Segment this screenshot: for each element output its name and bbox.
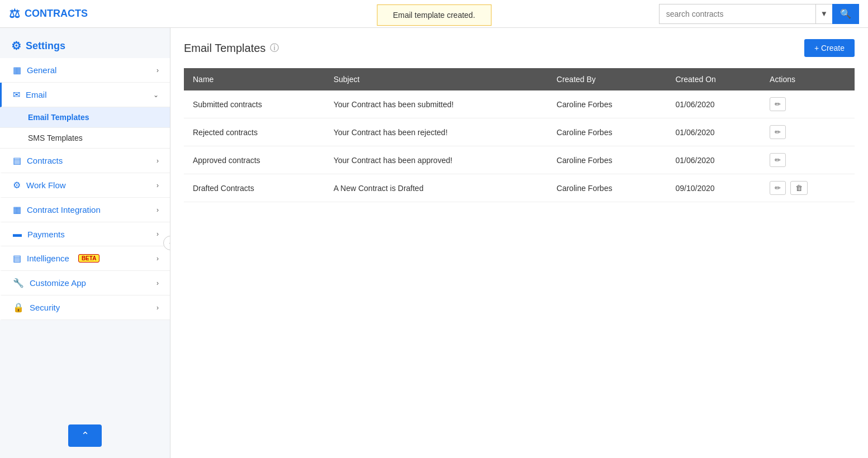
sidebar-item-label-contracts: Contracts xyxy=(27,156,63,165)
email-icon: ✉ xyxy=(13,89,20,100)
logo-text: CONTRACTS xyxy=(25,8,88,20)
search-button[interactable]: 🔍 xyxy=(832,4,859,24)
cell-created-on: 01/06/2020 xyxy=(666,118,761,146)
cell-name: Rejected contracts xyxy=(184,118,325,146)
chevron-down-icon: ⌄ xyxy=(153,91,159,99)
payments-icon: ▬ xyxy=(13,229,22,239)
chevron-right-icon-intelligence: › xyxy=(156,255,159,263)
sidebar-item-sms-templates[interactable]: SMS Templates xyxy=(0,128,170,149)
integration-icon: ▦ xyxy=(13,204,21,215)
sidebar-item-label-payments: Payments xyxy=(27,230,65,239)
sidebar-item-customize-app[interactable]: 🔧 Customize App › xyxy=(0,271,170,295)
workflow-icon: ⚙ xyxy=(13,180,21,190)
sidebar-item-security[interactable]: 🔒 Security › xyxy=(0,295,170,320)
edit-button[interactable]: ✏ xyxy=(770,97,786,111)
sidebar-item-email[interactable]: ✉ Email ⌄ xyxy=(0,83,170,107)
general-icon: ▦ xyxy=(13,65,21,75)
toast-message: Email template created. xyxy=(393,11,475,20)
sidebar-sub-label-email-templates: Email Templates xyxy=(28,113,89,122)
edit-button[interactable]: ✏ xyxy=(770,181,786,195)
sidebar-item-intelligence[interactable]: ▤ Intelligence BETA › xyxy=(0,246,170,271)
chevron-right-icon-security: › xyxy=(156,304,159,312)
cell-subject: Your Contract has been submitted! xyxy=(325,90,548,118)
table-row: Drafted Contracts A New Contract is Draf… xyxy=(184,174,855,202)
sidebar-item-label-security: Security xyxy=(30,303,60,312)
toast-notification: Email template created. xyxy=(377,4,491,26)
col-created-by: Created By xyxy=(548,68,667,90)
chevron-right-icon-payments: › xyxy=(156,230,159,238)
page-title-text: Email Templates xyxy=(184,42,265,55)
edit-button[interactable]: ✏ xyxy=(770,125,786,139)
sidebar-item-label-intelligence: Intelligence xyxy=(27,254,69,263)
sidebar-item-payments[interactable]: ▬ Payments › xyxy=(0,222,170,246)
cell-name: Submitted contracts xyxy=(184,90,325,118)
cell-created-by: Caroline Forbes xyxy=(548,90,667,118)
sidebar-item-label-customize: Customize App xyxy=(30,278,86,288)
logo-icon: ⚖ xyxy=(9,7,20,21)
cell-created-on: 01/06/2020 xyxy=(666,146,761,174)
scroll-up-button[interactable]: ⌃ xyxy=(68,424,102,447)
table-row: Submitted contracts Your Contract has be… xyxy=(184,90,855,118)
create-button[interactable]: + Create xyxy=(804,39,855,57)
customize-icon: 🔧 xyxy=(13,278,24,288)
settings-header: ⚙ Settings xyxy=(0,28,170,58)
info-icon[interactable]: ⓘ xyxy=(270,42,279,54)
email-templates-table: Name Subject Created By Created On Actio… xyxy=(184,68,855,202)
page-title: Email Templates ⓘ xyxy=(184,42,279,55)
chevron-right-icon: › xyxy=(156,66,159,74)
cell-actions: ✏ xyxy=(761,118,855,146)
sidebar-item-label-email: Email xyxy=(26,90,47,99)
cell-actions: ✏ 🗑 xyxy=(761,174,855,202)
table-header: Name Subject Created By Created On Actio… xyxy=(184,68,855,90)
col-name: Name xyxy=(184,68,325,90)
table-body: Submitted contracts Your Contract has be… xyxy=(184,90,855,202)
delete-button[interactable]: 🗑 xyxy=(790,181,808,195)
cell-subject: Your Contract has been approved! xyxy=(325,146,548,174)
intelligence-icon: ▤ xyxy=(13,253,21,264)
col-subject: Subject xyxy=(325,68,548,90)
settings-label: Settings xyxy=(26,40,65,52)
sidebar-item-contract-integration[interactable]: ▦ Contract Integration › xyxy=(0,198,170,222)
table-row: Approved contracts Your Contract has bee… xyxy=(184,146,855,174)
search-input[interactable] xyxy=(659,4,815,24)
sidebar-item-workflow[interactable]: ⚙ Work Flow › xyxy=(0,173,170,198)
cell-subject: A New Contract is Drafted xyxy=(325,174,548,202)
settings-gear-icon: ⚙ xyxy=(11,39,21,53)
contracts-icon: ▤ xyxy=(13,155,21,166)
sidebar-item-label-general: General xyxy=(27,65,56,75)
chevron-right-icon-customize: › xyxy=(156,279,159,287)
cell-created-on: 09/10/2020 xyxy=(666,174,761,202)
sidebar-item-label-workflow: Work Flow xyxy=(26,180,66,190)
edit-button[interactable]: ✏ xyxy=(770,153,786,167)
cell-name: Drafted Contracts xyxy=(184,174,325,202)
main-layout: ⚙ Settings ▦ General › ✉ Email ⌄ Email T… xyxy=(0,28,868,458)
cell-created-by: Caroline Forbes xyxy=(548,118,667,146)
main-content: Email Templates ⓘ + Create Name Subject … xyxy=(170,28,868,458)
search-area: ▼ 🔍 xyxy=(659,4,859,24)
table-row: Rejected contracts Your Contract has bee… xyxy=(184,118,855,146)
search-dropdown-button[interactable]: ▼ xyxy=(815,4,832,24)
cell-actions: ✏ xyxy=(761,90,855,118)
security-icon: 🔒 xyxy=(13,302,24,313)
sidebar-sub-label-sms-templates: SMS Templates xyxy=(28,133,83,142)
cell-created-on: 01/06/2020 xyxy=(666,90,761,118)
cell-created-by: Caroline Forbes xyxy=(548,146,667,174)
cell-created-by: Caroline Forbes xyxy=(548,174,667,202)
chevron-right-icon-workflow: › xyxy=(156,182,159,189)
sidebar-item-contracts[interactable]: ▤ Contracts › xyxy=(0,149,170,173)
sidebar-item-label-integration: Contract Integration xyxy=(27,205,101,214)
sidebar-item-general[interactable]: ▦ General › xyxy=(0,58,170,83)
sidebar-item-email-templates[interactable]: Email Templates xyxy=(0,107,170,128)
cell-actions: ✏ xyxy=(761,146,855,174)
cell-subject: Your Contract has been rejected! xyxy=(325,118,548,146)
cell-name: Approved contracts xyxy=(184,146,325,174)
create-button-label: + Create xyxy=(814,44,845,53)
col-actions: Actions xyxy=(761,68,855,90)
chevron-right-icon-contracts: › xyxy=(156,157,159,165)
beta-badge: BETA xyxy=(78,254,99,263)
app-logo: ⚖ CONTRACTS xyxy=(9,7,177,21)
sidebar: ⚙ Settings ▦ General › ✉ Email ⌄ Email T… xyxy=(0,28,170,458)
page-title-row: Email Templates ⓘ + Create xyxy=(184,39,855,57)
col-created-on: Created On xyxy=(666,68,761,90)
chevron-right-icon-integration: › xyxy=(156,206,159,214)
